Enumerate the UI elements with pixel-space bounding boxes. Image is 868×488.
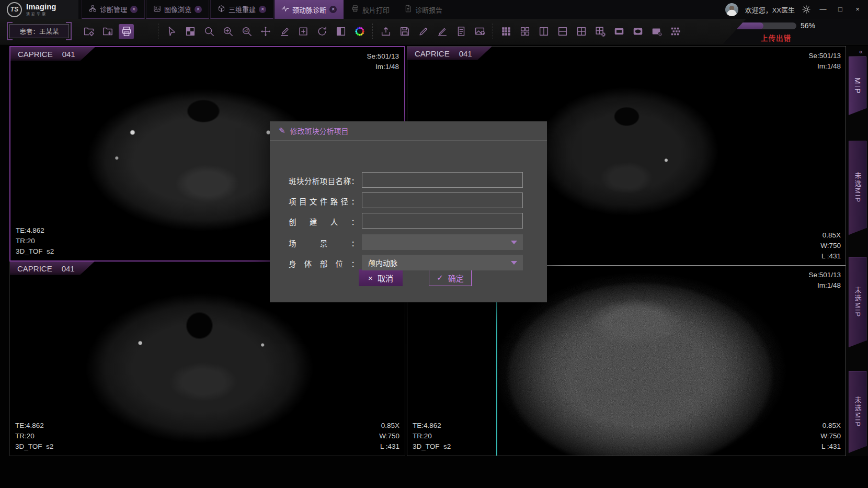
zoom-2x-icon[interactable]: x2 — [239, 24, 254, 39]
tab-close-icon[interactable]: × — [259, 6, 266, 13]
image-export-icon[interactable] — [472, 24, 487, 39]
layout-grid-icon[interactable] — [498, 24, 513, 39]
series-number: 041 — [62, 50, 75, 59]
series-tab[interactable]: CAPRICE041 — [10, 47, 95, 61]
confirm-button[interactable]: ✓ 确定 — [429, 269, 472, 286]
overlay-acquisition-info: TE:4.862TR:203D_TOF s2 — [413, 421, 451, 452]
pan-icon[interactable] — [258, 24, 273, 39]
app-logo: TS Imaging 清影华康 — [0, 0, 78, 19]
measure-pencil-icon[interactable] — [277, 24, 292, 39]
module-tabs: 诊断管理×图像浏览×三维重建×颈动脉诊断×胶片打印诊断报告 — [82, 0, 450, 19]
mip-rail: « MIP未选MIP未选MIP未选MIP — [846, 46, 868, 456]
module-tab-label: 诊断报告 — [415, 5, 442, 15]
close-button[interactable]: × — [852, 0, 863, 19]
cancel-x-icon: × — [368, 274, 373, 282]
add-annotation-icon[interactable] — [295, 24, 311, 39]
toolbar-divider — [372, 24, 373, 39]
layout-2x2-icon[interactable] — [574, 24, 589, 39]
overlay-display-info: 0.85XW:750L :431 — [379, 421, 399, 452]
logo-icon: TS — [7, 2, 22, 17]
checkerboard-icon[interactable] — [182, 24, 198, 39]
minimize-button[interactable]: — — [818, 0, 828, 19]
module-tab-1[interactable]: 诊断管理× — [82, 0, 145, 19]
tab-close-icon[interactable]: × — [195, 6, 202, 13]
module-tab-4[interactable]: 颈动脉诊断× — [275, 0, 344, 19]
report-icon — [404, 5, 412, 14]
mip-tab-4[interactable]: 未选MIP — [849, 371, 866, 453]
series-tab[interactable]: CAPRICE041 — [10, 262, 95, 275]
upload-status-zone: 56% 上传出错 — [723, 19, 868, 44]
brush-icon[interactable] — [416, 24, 431, 39]
module-tab-label: 图像浏览 — [164, 4, 191, 14]
overlay-acquisition-info: TE:4.862TR:203D_TOF s2 — [16, 225, 54, 257]
overlay-series-info: Se:501/13Im:1/48 — [367, 51, 399, 72]
patient-selector[interactable]: 患者：王某某 — [9, 24, 69, 38]
module-tab-2[interactable]: 图像浏览× — [146, 0, 209, 19]
color-palette-icon[interactable] — [352, 24, 367, 39]
field-select-4[interactable] — [362, 234, 523, 250]
cancel-button[interactable]: × 取消 — [359, 269, 403, 286]
series-tab[interactable]: CAPRICE041 — [407, 47, 492, 60]
overlay-display-info: 0.85XW:750L :431 — [820, 421, 841, 452]
brand-name: Imaging — [26, 3, 56, 12]
cube-3d-icon[interactable] — [138, 24, 153, 39]
maximize-button[interactable]: □ — [835, 0, 846, 19]
module-tab-3[interactable]: 三维重建× — [210, 0, 273, 19]
series-name: CAPRICE — [415, 49, 450, 58]
collapse-rail-icon[interactable]: « — [859, 48, 862, 55]
settings-gear-icon[interactable] — [802, 5, 811, 14]
upload-progress-percent: 56% — [801, 21, 815, 30]
field-label-1: 斑块分析项目名称： — [289, 175, 359, 186]
field-label-3: 创建人： — [289, 216, 359, 227]
toolbar-divider — [493, 24, 493, 39]
confirm-label: 确定 — [448, 273, 464, 283]
window-level-icon[interactable] — [333, 24, 348, 39]
field-input-3[interactable] — [362, 213, 523, 229]
cancel-label: 取消 — [378, 273, 393, 283]
mip-tab-2[interactable]: 未选MIP — [849, 141, 866, 235]
line-pencil-icon[interactable] — [435, 24, 450, 39]
mosaic-icon[interactable] — [668, 24, 683, 39]
folder-add-icon[interactable] — [100, 24, 115, 39]
toolbar-divider — [158, 24, 158, 39]
overlay-display-info: 0.85XW:750L :431 — [820, 230, 841, 262]
shape-ellipse-icon[interactable] — [630, 24, 645, 39]
tab-close-icon[interactable]: × — [329, 6, 337, 13]
upload-icon[interactable] — [378, 24, 393, 39]
layout-tiles-icon[interactable] — [517, 24, 532, 39]
layout-clear-icon[interactable] — [592, 24, 608, 39]
layout-2row-icon[interactable] — [555, 24, 570, 39]
series-number: 041 — [459, 49, 472, 58]
user-avatar[interactable] — [725, 3, 738, 16]
series-name: CAPRICE — [18, 50, 53, 59]
chevron-down-icon — [511, 241, 517, 244]
module-tab-label: 三维重建 — [229, 4, 256, 14]
cube-icon — [218, 5, 225, 14]
field-label-5: 身体部位： — [289, 258, 359, 269]
shape-rect-icon[interactable] — [611, 24, 626, 39]
folder-settings-icon[interactable] — [81, 24, 96, 39]
magnifier-icon[interactable] — [201, 24, 216, 39]
mip-tab-3[interactable]: 未选MIP — [849, 257, 866, 347]
series-name: CAPRICE — [17, 264, 52, 273]
module-tab-label: 胶片打印 — [362, 5, 390, 15]
field-label-4: 场景： — [289, 237, 359, 248]
field-select-5[interactable]: 颅内动脉 — [362, 255, 523, 270]
save-icon[interactable] — [397, 24, 412, 39]
tab-close-icon[interactable]: × — [130, 6, 138, 13]
layout-2col-icon[interactable] — [536, 24, 551, 39]
shape-rect-delete-icon[interactable] — [649, 24, 664, 39]
dialog-title: 修改斑块分析项目 — [290, 126, 349, 136]
cursor-icon[interactable] — [164, 24, 179, 39]
rotate-reset-icon[interactable] — [314, 24, 329, 39]
field-input-1[interactable] — [362, 172, 523, 188]
upload-progress-fill — [733, 22, 763, 29]
field-input-2[interactable] — [362, 192, 523, 208]
report-export-icon[interactable] — [453, 24, 469, 39]
zoom-in-icon[interactable] — [220, 24, 235, 39]
print-icon[interactable] — [119, 24, 134, 39]
mip-tab-1[interactable]: MIP — [849, 56, 866, 115]
dialog-header: ✎ 修改斑块分析项目 — [270, 121, 547, 141]
org-icon — [89, 5, 97, 14]
waveform-icon — [281, 5, 289, 14]
